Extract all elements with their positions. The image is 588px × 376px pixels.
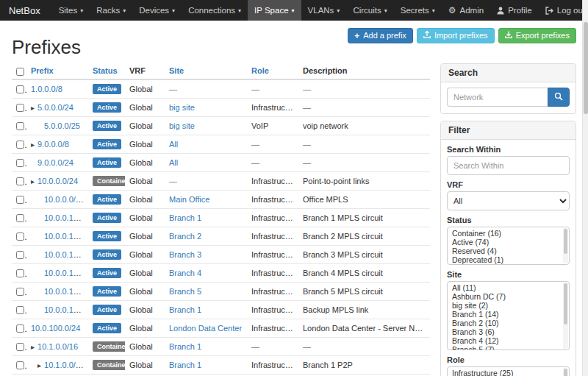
row-checkbox[interactable]	[16, 214, 24, 222]
row-checkbox[interactable]	[16, 361, 24, 369]
row-checkbox[interactable]	[16, 196, 24, 204]
nav-item-secrets[interactable]: Secrets▾	[394, 0, 442, 21]
row-checkbox[interactable]	[16, 269, 24, 277]
site-link[interactable]: Branch 1	[169, 213, 201, 222]
row-checkbox[interactable]	[16, 233, 24, 241]
prefix-link[interactable]: 10.0.0.138/31	[44, 305, 88, 314]
nav-item-logout[interactable]: Log out	[539, 0, 588, 21]
scrollbar-thumb[interactable]	[584, 22, 588, 114]
row-checkbox[interactable]	[16, 251, 24, 259]
prefix-table: Prefix Status VRF Site Role Description …	[12, 63, 430, 376]
site-link[interactable]: All	[169, 158, 178, 167]
prefix-cell: 10.0.0.132/31	[26, 245, 88, 263]
prefix-link[interactable]: 10.1.0.0/16	[37, 342, 78, 351]
prefix-link[interactable]: 10.0.0.0/24	[37, 177, 78, 185]
prefix-link[interactable]: 10.0.0.130/31	[44, 232, 88, 241]
status-cell: Active	[88, 208, 125, 227]
search-button[interactable]	[548, 88, 570, 107]
listbox-option[interactable]: Branch 2 (10)	[448, 319, 569, 327]
row-checkbox[interactable]	[16, 85, 24, 93]
site-link[interactable]: Branch 4	[169, 269, 201, 277]
column-header-status[interactable]: Status	[88, 63, 125, 79]
prefix-link[interactable]: 10.0.0.136/31	[44, 287, 88, 296]
role-filter-listbox[interactable]: Infrastructure (25)Management (8)Private…	[447, 366, 570, 376]
listbox-option[interactable]: Container (16)	[448, 229, 569, 238]
prefix-link[interactable]: 10.0.0.134/31	[44, 269, 88, 277]
listbox-scrollbar[interactable]	[563, 368, 568, 376]
listbox-option[interactable]: Active (74)	[448, 238, 569, 246]
prefix-link[interactable]: 10.1.0.0/24	[44, 361, 85, 369]
search-input[interactable]	[447, 88, 548, 107]
row-checkbox[interactable]	[16, 177, 24, 185]
description-cell: Point-to-point links	[298, 171, 430, 190]
listbox-scrollbar[interactable]	[563, 283, 568, 349]
site-link[interactable]: London Data Center	[169, 324, 242, 333]
row-checkbox[interactable]	[16, 159, 24, 167]
row-checkbox[interactable]	[16, 122, 24, 130]
nav-item-sites[interactable]: Sites▾	[52, 0, 90, 21]
prefix-link[interactable]: 10.0.0.128/31	[44, 213, 88, 222]
listbox-option[interactable]: Infrastructure (25)	[448, 369, 569, 376]
site-link[interactable]: Branch 1	[169, 305, 201, 314]
vrf-cell: Global	[125, 171, 165, 190]
listbox-option[interactable]: Branch 5 (7)	[448, 345, 569, 350]
nav-item-ip-space[interactable]: IP Space▾	[248, 0, 301, 21]
app-logo[interactable]: NetBox	[9, 0, 40, 21]
nav-item-admin[interactable]: ⚙ Admin	[442, 0, 490, 21]
nav-item-circuits[interactable]: Circuits▾	[346, 0, 393, 21]
nav-item-racks[interactable]: Racks▾	[90, 0, 132, 21]
site-link[interactable]: Branch 5	[169, 287, 201, 296]
status-badge: Active	[93, 231, 121, 241]
listbox-option[interactable]: All (11)	[448, 283, 569, 292]
prefix-link[interactable]: 5.0.0.0/24	[37, 103, 74, 112]
listbox-option[interactable]: Branch 4 (12)	[448, 336, 569, 345]
site-link[interactable]: Main Office	[169, 195, 209, 204]
nav-item-profile[interactable]: Profile	[490, 0, 539, 21]
listbox-option[interactable]: Branch 1 (14)	[448, 310, 569, 319]
prefix-link[interactable]: 9.0.0.0/8	[37, 140, 69, 149]
row-checkbox[interactable]	[16, 141, 24, 149]
prefix-link[interactable]: 10.0.0.0/31	[44, 195, 85, 204]
search-within-input[interactable]	[447, 156, 570, 175]
prefix-link[interactable]: 10.0.100.0/24	[31, 324, 80, 333]
row-checkbox[interactable]	[16, 343, 24, 351]
listbox-option[interactable]: Branch 3 (6)	[448, 327, 569, 336]
listbox-option[interactable]: Reserved (4)	[448, 246, 569, 255]
table-row: 10.0.0.138/31ActiveGlobalBranch 1Infrast…	[12, 300, 430, 319]
site-link[interactable]: big site	[169, 121, 195, 130]
site-link[interactable]: All	[169, 140, 178, 149]
row-checkbox[interactable]	[16, 324, 24, 333]
prefix-link[interactable]: 5.0.0.0/25	[44, 121, 80, 130]
site-link[interactable]: Branch 1	[169, 342, 201, 351]
nav-item-devices[interactable]: Devices▾	[132, 0, 182, 21]
select-all-checkbox[interactable]	[16, 68, 24, 76]
row-checkbox[interactable]	[16, 306, 24, 314]
prefix-link[interactable]: 9.0.0.0/24	[37, 158, 74, 167]
prefix-link[interactable]: 10.0.0.132/31	[44, 250, 88, 259]
listbox-option[interactable]: big site (2)	[448, 301, 569, 310]
row-checkbox[interactable]	[16, 288, 24, 296]
vrf-label: VRF	[447, 180, 570, 189]
listbox-option[interactable]: Deprecated (1)	[448, 255, 569, 264]
column-header-site[interactable]: Site	[165, 63, 247, 79]
listbox-scrollbar[interactable]	[563, 228, 568, 263]
site-link[interactable]: Branch 2	[169, 232, 201, 241]
column-header-prefix[interactable]: Prefix	[26, 63, 88, 79]
table-row: 10.0.0.136/31ActiveGlobalBranch 5Infrast…	[12, 282, 430, 300]
site-link[interactable]: Branch 1	[169, 361, 201, 369]
listbox-option[interactable]: Ashburn DC (7)	[448, 292, 569, 301]
status-filter-listbox[interactable]: Container (16)Active (74)Reserved (4)Dep…	[447, 227, 570, 265]
column-header-role[interactable]: Role	[247, 63, 298, 79]
search-panel-title: Search	[441, 64, 576, 82]
site-filter-listbox[interactable]: All (11)Ashburn DC (7)big site (2)Branch…	[447, 281, 570, 350]
site-link[interactable]: big site	[169, 103, 195, 112]
vrf-select[interactable]: All	[447, 191, 570, 210]
row-checkbox[interactable]	[16, 104, 24, 112]
page-scrollbar[interactable]	[582, 0, 588, 376]
status-badge: Active	[93, 268, 121, 278]
site-link[interactable]: Branch 3	[169, 250, 201, 259]
prefix-link[interactable]: 1.0.0.0/8	[31, 85, 62, 93]
role-cell: Infrastructure	[247, 282, 298, 300]
nav-item-vlans[interactable]: VLANs▾	[301, 0, 347, 21]
nav-item-connections[interactable]: Connections▾	[182, 0, 248, 21]
